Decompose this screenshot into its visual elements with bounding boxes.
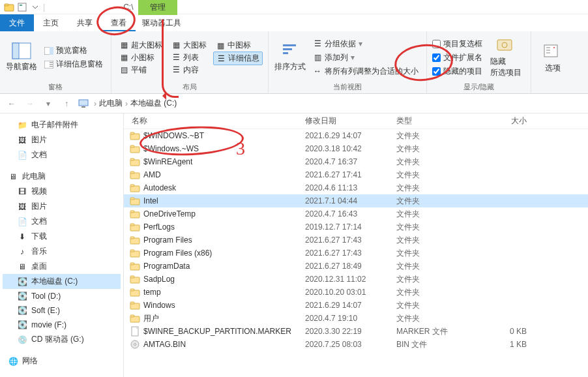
check-item-checkboxes[interactable]: 项目复选框 (432, 38, 482, 50)
size-all-columns-button[interactable]: ↔将所有列调整为合适的大小 (310, 65, 421, 78)
details-pane-icon (44, 60, 53, 69)
pc-icon: 🖥 (8, 172, 18, 182)
tab-file[interactable]: 文件 (0, 14, 34, 31)
layout-list[interactable]: ☰列表 (169, 52, 209, 64)
nav-drive-c[interactable]: 💽本地磁盘 (C:) (3, 274, 121, 289)
hide-selected-button[interactable]: 隐藏所选项目 (486, 34, 525, 81)
nav-pane-button[interactable]: 导航窗格 (5, 34, 38, 81)
table-row[interactable]: SadpLog2020.12.31 11:02文件夹 (124, 273, 588, 286)
checkbox-hidden-items[interactable] (432, 67, 441, 76)
details-pane-button[interactable]: 详细信息窗格 (42, 58, 106, 70)
nav-documents-2[interactable]: 📄文档 (3, 214, 121, 229)
layout-details[interactable]: ☰详细信息 (213, 52, 263, 65)
preview-pane-label: 预览窗格 (56, 45, 87, 56)
nav-drive-f[interactable]: 💽movie (F:) (3, 318, 121, 332)
nav-forward-button[interactable]: → (23, 97, 37, 110)
checkbox-item-check[interactable] (432, 40, 441, 48)
file-type: 文件夹 (396, 287, 475, 298)
file-name: Intel (143, 196, 305, 205)
preview-pane-button[interactable]: 预览窗格 (42, 44, 106, 57)
file-date: 2020.12.31 11:02 (305, 275, 396, 284)
nav-recent-button[interactable]: ▾ (42, 97, 55, 110)
add-columns-button[interactable]: ▥添加列▾ (310, 52, 421, 64)
file-type: 文件夹 (396, 130, 475, 142)
nav-videos[interactable]: 🎞视频 (3, 184, 121, 199)
table-row[interactable]: Program Files2021.6.27 17:43文件夹 (124, 234, 588, 247)
tab-manage-context[interactable]: 管理 (138, 0, 177, 15)
svg-rect-28 (130, 172, 134, 173)
file-type: 文件夹 (396, 300, 475, 311)
nav-email-attachments[interactable]: 📁电子邮件附件 (3, 117, 121, 132)
options-button[interactable]: 选项 (537, 34, 569, 83)
file-type: 文件夹 (396, 209, 475, 220)
ribbon-group-panes: 导航窗格 预览窗格 详细信息窗格 窗格 (0, 31, 111, 93)
table-row[interactable]: Intel2021.7.1 04:44文件夹 (124, 194, 588, 207)
check-hidden-items[interactable]: 隐藏的项目 (432, 65, 482, 78)
nav-network[interactable]: 🌐网络 (3, 354, 121, 369)
table-row[interactable]: Windows2021.6.29 14:07文件夹 (124, 299, 588, 312)
checkbox-file-ext[interactable] (432, 53, 441, 62)
tab-view[interactable]: 查看 (102, 14, 136, 31)
tab-drive-tools[interactable]: 驱动器工具 (136, 14, 188, 31)
layout-l-icons[interactable]: ▦大图标 (169, 39, 209, 52)
table-row[interactable]: Program Files (x86)2021.6.27 17:43文件夹 (124, 247, 588, 260)
file-date: 2020.4.7 19:10 (305, 314, 396, 323)
videos-icon: 🎞 (17, 187, 27, 197)
svg-point-53 (134, 344, 136, 346)
table-row[interactable]: Autodesk2020.4.6 11:13文件夹 (124, 181, 588, 194)
svg-point-18 (553, 47, 555, 48)
table-row[interactable]: PerfLogs2019.12.7 17:14文件夹 (124, 220, 588, 234)
table-row[interactable]: $Windows.~WS2020.3.18 10:42文件夹 (124, 142, 588, 155)
sort-button[interactable]: 排序方式 (274, 34, 306, 81)
nav-drive-d[interactable]: 💽Tool (D:) (3, 289, 121, 303)
table-row[interactable]: temp2020.10.20 03:01文件夹 (124, 286, 588, 299)
table-row[interactable]: 用户2020.4.7 19:10文件夹 (124, 312, 588, 325)
nav-documents[interactable]: 📄文档 (3, 147, 121, 162)
col-header-type[interactable]: 类型 (396, 115, 475, 127)
group-by-button[interactable]: ☰分组依据▾ (310, 38, 421, 50)
nav-drive-e[interactable]: 💽Soft (E:) (3, 303, 121, 318)
layout-s-icons[interactable]: ▦小图标 (117, 52, 165, 64)
dropdown-icon[interactable] (30, 2, 40, 12)
table-row[interactable]: AMTAG.BIN2020.7.25 08:03BIN 文件1 KB (124, 338, 588, 351)
table-row[interactable]: $WinREAgent2020.4.7 16:37文件夹 (124, 155, 588, 168)
tab-home[interactable]: 主页 (34, 14, 68, 31)
properties-icon[interactable] (17, 2, 27, 12)
layout-content[interactable]: ☰内容 (169, 64, 209, 76)
breadcrumb-drive-c[interactable]: 本地磁盘 (C:) (130, 98, 177, 109)
chevron-right-icon[interactable]: › (94, 99, 96, 108)
nav-pane-label: 导航窗格 (6, 61, 37, 72)
group-label-panes: 窗格 (5, 81, 106, 92)
table-row[interactable]: $WINRE_BACKUP_PARTITION.MARKER2020.3.30 … (124, 325, 588, 338)
check-file-extensions[interactable]: 文件扩展名 (432, 52, 482, 64)
table-row[interactable]: OneDriveTemp2020.4.7 16:43文件夹 (124, 207, 588, 220)
table-row[interactable]: $WINDOWS.~BT2021.6.29 14:07文件夹 (124, 129, 588, 142)
layout-tiles[interactable]: ▤平铺 (117, 64, 165, 76)
nav-pictures[interactable]: 🖼图片 (3, 132, 121, 147)
folder-icon (129, 222, 141, 232)
nav-downloads[interactable]: ⬇下载 (3, 229, 121, 244)
folder-icon (129, 196, 141, 206)
tab-share[interactable]: 共享 (68, 14, 102, 31)
table-row[interactable]: ProgramData2021.6.27 18:49文件夹 (124, 260, 588, 273)
table-row[interactable]: AMD2021.6.27 17:41文件夹 (124, 168, 588, 181)
nav-this-pc[interactable]: 🖥此电脑 (3, 169, 121, 184)
chevron-right-icon[interactable]: › (125, 99, 128, 108)
folder-icon: 📁 (17, 120, 27, 130)
svg-rect-19 (79, 100, 88, 106)
nav-pictures-2[interactable]: 🖼图片 (3, 199, 121, 214)
ribbon-tabs: 文件 主页 共享 查看 驱动器工具 (0, 14, 588, 31)
nav-desktop[interactable]: 🖥桌面 (3, 259, 121, 274)
breadcrumb-this-pc[interactable]: 此电脑 (99, 98, 123, 109)
nav-up-button[interactable]: ↑ (60, 97, 73, 110)
nav-music[interactable]: ♪音乐 (3, 244, 121, 259)
nav-back-button[interactable]: ← (5, 97, 18, 110)
col-header-size[interactable]: 大小 (475, 115, 527, 127)
layout-m-icons[interactable]: ▦中图标 (213, 39, 263, 52)
layout-xl-icons[interactable]: ▦超大图标 (117, 39, 165, 52)
col-header-date[interactable]: 修改日期 (305, 115, 396, 127)
ribbon-group-current-view: 排序方式 ☰分组依据▾ ▥添加列▾ ↔将所有列调整为合适的大小 当前视图 (269, 31, 427, 93)
col-header-name[interactable]: 名称 (129, 115, 305, 127)
nav-drive-g[interactable]: 💿CD 驱动器 (G:) (3, 332, 121, 347)
file-type: 文件夹 (396, 143, 475, 155)
